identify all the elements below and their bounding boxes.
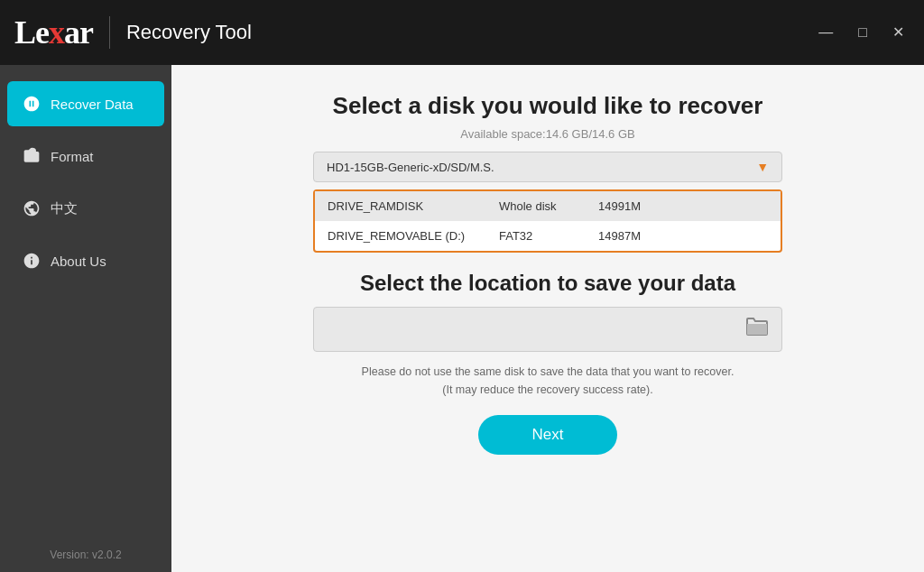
logo: Lexar (14, 14, 93, 51)
window-controls: — □ ✕ (813, 23, 910, 42)
title-divider (109, 16, 110, 49)
logo-x: x (49, 14, 64, 51)
warning-text: Please do not use the same disk to save … (362, 363, 735, 399)
about-us-label: About Us (51, 254, 106, 269)
save-section-title: Select the location to save your data (360, 271, 735, 296)
folder-icon[interactable] (745, 317, 769, 342)
minimize-button[interactable]: — (813, 23, 838, 42)
sidebar: Recover Data Format 中文 (0, 65, 171, 572)
warning-line2: (It may reduce the recovery success rate… (442, 383, 652, 396)
drive-name-1: DRIVE_REMOVABLE (D:) (328, 229, 472, 243)
drive-type-1: FAT32 (499, 229, 571, 243)
next-button[interactable]: Next (478, 415, 618, 455)
sidebar-item-about-us[interactable]: About Us (7, 238, 164, 283)
globe-icon (22, 198, 42, 218)
info-icon (22, 251, 42, 271)
sidebar-item-format[interactable]: Format (7, 134, 164, 179)
drive-size-0: 14991M (598, 199, 641, 213)
available-space-text: Available space:14.6 GB/14.6 GB (460, 127, 634, 141)
maximize-button[interactable]: □ (853, 23, 873, 42)
content-area: Select a disk you would like to recover … (171, 65, 924, 572)
sidebar-item-recover-data[interactable]: Recover Data (7, 81, 164, 126)
version-label: Version: v2.0.2 (0, 549, 171, 561)
drive-name-0: DRIVE_RAMDISK (328, 199, 472, 213)
drive-size-1: 14987M (598, 229, 641, 243)
language-label: 中文 (51, 200, 78, 217)
save-location-bar[interactable] (313, 307, 782, 352)
dropdown-arrow-icon: ▼ (756, 160, 769, 174)
sidebar-item-language[interactable]: 中文 (7, 186, 164, 231)
recover-data-icon (22, 94, 42, 114)
main-layout: Recover Data Format 中文 (0, 65, 924, 572)
app-title: Recovery Tool (126, 21, 252, 44)
logo-text: Lexar (14, 14, 93, 51)
close-button[interactable]: ✕ (887, 23, 910, 42)
disk-dropdown-label: HD1-15GB-Generic-xD/SD/M.S. (327, 161, 494, 174)
disk-dropdown[interactable]: HD1-15GB-Generic-xD/SD/M.S. ▼ (313, 152, 782, 182)
warning-line1: Please do not use the same disk to save … (362, 365, 735, 378)
titlebar: Lexar Recovery Tool — □ ✕ (0, 0, 924, 65)
drive-type-0: Whole disk (499, 199, 571, 213)
drive-list: DRIVE_RAMDISK Whole disk 14991M DRIVE_RE… (313, 189, 782, 253)
drive-item-ramdisk[interactable]: DRIVE_RAMDISK Whole disk 14991M (315, 191, 781, 221)
recover-data-label: Recover Data (51, 97, 134, 112)
drive-item-removable[interactable]: DRIVE_REMOVABLE (D:) FAT32 14987M (315, 221, 781, 251)
format-label: Format (51, 149, 94, 164)
disk-section-title: Select a disk you would like to recover (333, 92, 763, 120)
format-icon (22, 146, 42, 166)
